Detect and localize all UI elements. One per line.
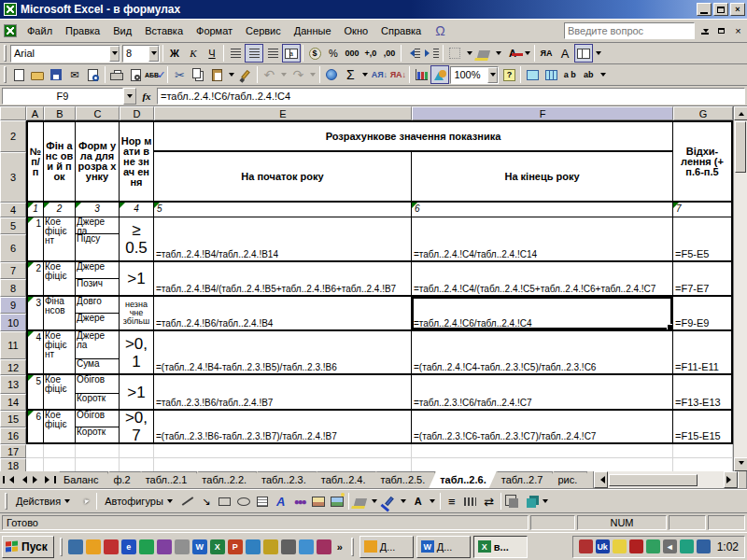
prev-sheet-icon[interactable] xyxy=(16,473,29,487)
currency-button[interactable]: $ xyxy=(305,44,324,63)
cell-b11[interactable]: Кое фіціє нт xyxy=(44,331,76,375)
first-sheet-icon[interactable] xyxy=(2,473,15,487)
cell-c16[interactable]: Коротк xyxy=(76,427,120,444)
cell-g6-formula[interactable]: =F5-E5 xyxy=(673,217,733,262)
cell-c13[interactable]: Обігов xyxy=(76,375,120,394)
cell-b4[interactable]: 2 xyxy=(44,203,76,217)
cell-d15-norm[interactable]: >0, 7 xyxy=(120,411,154,444)
col-header-d[interactable]: D xyxy=(120,106,154,120)
horizontal-scroll-thumb[interactable] xyxy=(609,474,698,486)
tab-f2[interactable]: ф.2 xyxy=(102,471,140,488)
tab-ris[interactable]: рис. xyxy=(546,471,587,488)
select-objects-icon[interactable] xyxy=(76,492,94,511)
row-header-13[interactable]: 13 xyxy=(0,375,26,394)
tray-icon[interactable] xyxy=(680,539,694,553)
cell-c4[interactable]: 3 xyxy=(76,203,120,217)
cell-f14-formula[interactable]: =табл..2.3.!C6/табл..2.4.!C7 xyxy=(412,375,673,411)
insert-picture-icon[interactable] xyxy=(328,492,346,511)
empty-cell[interactable] xyxy=(44,444,76,458)
cell-c9[interactable]: Довго xyxy=(76,297,120,314)
header-cell-year-end[interactable]: На кінець року xyxy=(412,152,673,203)
tab-2-7[interactable]: табл..2.7 xyxy=(490,471,554,488)
rectangle-tool-icon[interactable] xyxy=(216,492,234,511)
style-font-button[interactable]: A xyxy=(556,44,574,63)
cell-f9-active[interactable]: =табл..2.4.!C6/табл..2.4.!C4 xyxy=(412,297,673,331)
cell-a13[interactable]: 5 xyxy=(26,375,44,411)
size-dropdown-icon[interactable] xyxy=(148,46,159,62)
cell-e14-formula[interactable]: =табл..2.3.!B6/табл..2.4.!B7 xyxy=(154,375,412,411)
font-color-button[interactable]: A xyxy=(503,44,522,63)
cell-g14-formula[interactable]: =F13-E13 xyxy=(673,375,733,411)
quick-launch-handle[interactable] xyxy=(60,538,63,556)
cell-b7[interactable]: Кое фіціє xyxy=(44,262,76,297)
menu-insert[interactable]: Вставка xyxy=(138,22,190,39)
start-button[interactable]: Пуск xyxy=(2,536,54,558)
empty-cell[interactable] xyxy=(412,458,673,471)
cell-a15[interactable]: 6 xyxy=(26,411,44,444)
cell-f8-formula[interactable]: =табл..2.4.!C4/(табл..2.4.!C5+табл..2.4.… xyxy=(412,262,673,297)
menu-window[interactable]: Окно xyxy=(338,22,375,39)
print-preview-button[interactable] xyxy=(126,65,145,84)
row-header-2[interactable]: 2 xyxy=(0,120,26,152)
tray-icon[interactable] xyxy=(579,539,593,553)
doc-restore-button[interactable] xyxy=(714,25,728,37)
empty-cell[interactable] xyxy=(76,458,120,471)
quick-launch-icon[interactable]: W xyxy=(192,539,207,554)
menu-view[interactable]: Вид xyxy=(106,22,138,39)
sort-button[interactable]: ЯА xyxy=(537,44,556,63)
textbox-tool-icon[interactable] xyxy=(253,492,272,511)
cell-c14[interactable]: Коротк xyxy=(76,394,120,411)
cell-c6[interactable]: Підсу xyxy=(76,234,120,262)
cell-g4[interactable]: 7 xyxy=(673,203,733,217)
print-button[interactable] xyxy=(107,65,126,84)
empty-cell[interactable] xyxy=(44,458,76,471)
borders-button[interactable] xyxy=(445,44,464,63)
quick-launch-icon[interactable] xyxy=(317,539,331,554)
line-color-icon[interactable] xyxy=(380,492,399,511)
redo-dropdown-icon[interactable] xyxy=(307,67,317,82)
empty-cell[interactable] xyxy=(120,458,154,471)
oval-tool-icon[interactable] xyxy=(234,492,253,511)
align-right-button[interactable] xyxy=(263,44,282,63)
header-cell-no[interactable]: № п/п xyxy=(26,120,44,203)
col-header-a[interactable]: A xyxy=(26,106,44,120)
increase-decimal-button[interactable]: +,0 xyxy=(361,44,380,63)
cell-c11[interactable]: Джере ла xyxy=(76,331,120,359)
ab-button-2[interactable]: ab xyxy=(579,65,598,84)
next-sheet-icon[interactable] xyxy=(30,473,43,487)
menu-format[interactable]: Формат xyxy=(190,22,239,39)
row-header-10-selected[interactable]: 10 xyxy=(0,314,26,331)
cell-a5[interactable]: 1 xyxy=(26,217,44,262)
ab-button-1[interactable]: a b xyxy=(560,65,579,84)
italic-button[interactable]: К xyxy=(184,44,203,63)
scroll-left-icon[interactable] xyxy=(594,471,608,488)
align-left-button[interactable] xyxy=(226,44,245,63)
toolbar-drag-handle[interactable] xyxy=(4,45,7,62)
bold-button[interactable]: Ж xyxy=(165,44,184,63)
cell-d4[interactable]: 4 xyxy=(120,203,154,217)
cell-c10[interactable]: Джере xyxy=(76,314,120,331)
tray-volume-icon[interactable]: ◄ xyxy=(663,539,677,553)
quick-launch-icon[interactable] xyxy=(139,539,154,554)
tab-2-1[interactable]: табл..2.1 xyxy=(134,471,198,488)
row-header-12[interactable]: 12 xyxy=(0,359,26,375)
insert-function-button[interactable]: fx xyxy=(136,91,157,102)
percent-button[interactable]: % xyxy=(324,44,343,63)
tray-icon[interactable] xyxy=(697,539,711,553)
borders-dropdown-icon[interactable] xyxy=(464,46,474,61)
scroll-down-icon[interactable] xyxy=(734,457,747,471)
help-button[interactable]: ? xyxy=(500,65,518,84)
cell-e10-formula[interactable]: =табл..2.4.!B6/табл..2.4.!B4 xyxy=(154,297,412,331)
chart-wizard-button[interactable] xyxy=(412,65,430,84)
font-color-dropdown-icon2[interactable] xyxy=(428,494,438,509)
row-header-6[interactable]: 6 xyxy=(0,234,26,262)
header-cell-norm[interactable]: Нор мати вне знач ення xyxy=(120,120,154,203)
cell-a7[interactable]: 2 xyxy=(26,262,44,297)
empty-cell[interactable] xyxy=(76,444,120,458)
new-button[interactable] xyxy=(9,65,28,84)
empty-cell[interactable] xyxy=(120,444,154,458)
diagram-icon[interactable]: ●●● xyxy=(290,492,309,511)
quick-launch-icon[interactable] xyxy=(246,539,261,554)
save-button[interactable] xyxy=(47,65,65,84)
name-box[interactable]: F9 xyxy=(2,88,123,105)
